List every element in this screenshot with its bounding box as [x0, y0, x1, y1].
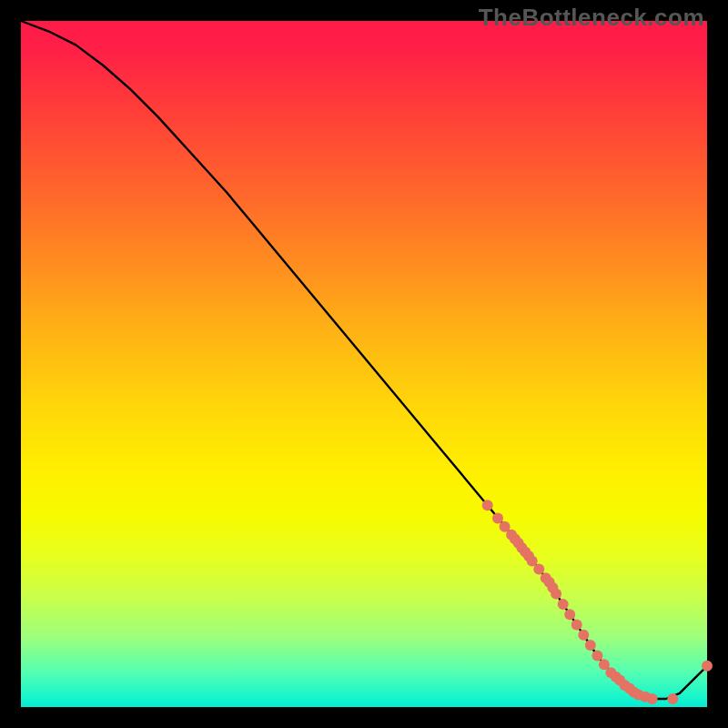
chart-stage: TheBottleneck.com	[0, 0, 728, 728]
watermark-label: TheBottleneck.com	[479, 4, 704, 32]
chart-plot-area	[21, 21, 707, 707]
